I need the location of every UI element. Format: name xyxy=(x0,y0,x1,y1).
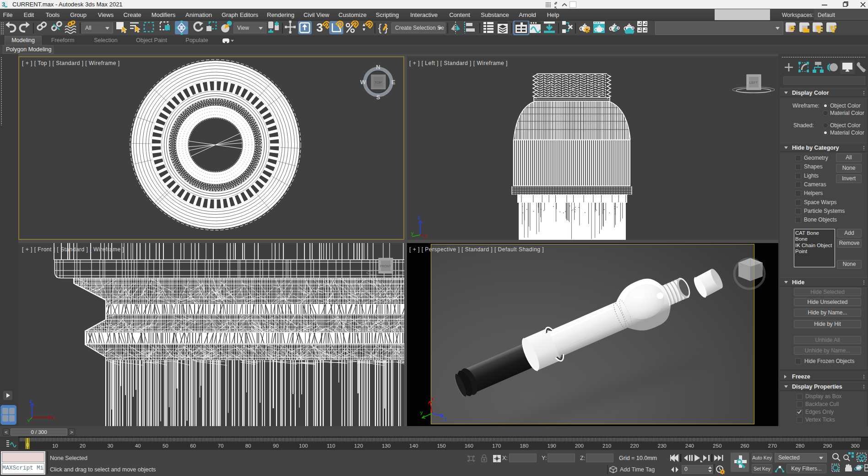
svg-text:10: 10 xyxy=(52,443,58,449)
svg-text:90: 90 xyxy=(273,443,279,449)
svg-text:70: 70 xyxy=(218,443,224,449)
svg-text:S: S xyxy=(376,94,380,101)
svg-text:140: 140 xyxy=(409,443,418,449)
svg-text:3: 3 xyxy=(316,21,323,34)
svg-text:{: { xyxy=(378,22,381,33)
svg-text:80: 80 xyxy=(245,443,251,449)
svg-text:240: 240 xyxy=(685,443,694,449)
svg-text:E: E xyxy=(391,79,396,86)
svg-text:300: 300 xyxy=(851,443,859,449)
svg-text:60: 60 xyxy=(190,443,196,449)
svg-text:x: x xyxy=(424,233,427,238)
svg-text:260: 260 xyxy=(740,443,749,449)
svg-text:x: x xyxy=(52,415,54,420)
svg-text:z: z xyxy=(418,215,421,220)
svg-text:170: 170 xyxy=(492,443,501,449)
svg-text:30: 30 xyxy=(107,443,113,449)
svg-text:270: 270 xyxy=(768,443,777,449)
svg-text:y: y xyxy=(420,410,423,415)
svg-text:110: 110 xyxy=(327,443,335,449)
svg-text:40: 40 xyxy=(135,443,141,449)
svg-text:150: 150 xyxy=(437,443,445,449)
svg-text:y: y xyxy=(27,417,30,422)
svg-text:x: x xyxy=(431,396,434,401)
svg-text:TOP: TOP xyxy=(374,81,382,85)
svg-text:250: 250 xyxy=(713,443,722,449)
svg-text:y: y xyxy=(411,230,414,236)
svg-text:100: 100 xyxy=(299,443,308,449)
svg-text:230: 230 xyxy=(658,443,667,449)
svg-text:z: z xyxy=(444,416,447,422)
svg-text:190: 190 xyxy=(548,443,556,449)
svg-text:180: 180 xyxy=(520,443,528,449)
svg-text:220: 220 xyxy=(630,443,639,449)
svg-text:20: 20 xyxy=(80,443,86,449)
svg-text:FRONT: FRONT xyxy=(380,265,391,268)
svg-text:160: 160 xyxy=(465,443,473,449)
svg-text:z: z xyxy=(30,399,33,404)
svg-text:210: 210 xyxy=(602,443,611,449)
svg-text:120: 120 xyxy=(354,443,363,449)
svg-text:N: N xyxy=(376,64,380,70)
svg-text:290: 290 xyxy=(823,443,832,449)
svg-text:LEFT: LEFT xyxy=(749,81,758,85)
svg-text:200: 200 xyxy=(575,443,584,449)
svg-text:W: W xyxy=(360,79,366,86)
svg-text:280: 280 xyxy=(796,443,804,449)
svg-text:130: 130 xyxy=(382,443,391,449)
svg-text:50: 50 xyxy=(163,443,168,449)
